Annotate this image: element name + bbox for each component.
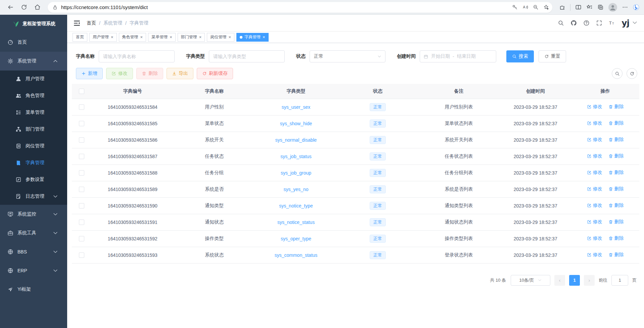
view-tab[interactable]: 用户管理 × [89, 33, 117, 42]
export-button[interactable]: 导出 [167, 68, 193, 79]
user-menu-caret-icon[interactable] [632, 19, 638, 26]
sidebar-item[interactable]: BBS [0, 242, 67, 261]
view-tab[interactable]: 岗位管理 × [207, 33, 234, 42]
dict-type-link[interactable]: sys_job_status [280, 154, 312, 159]
row-delete-link[interactable]: 删除 [608, 219, 624, 225]
row-delete-link[interactable]: 删除 [608, 137, 624, 143]
row-edit-link[interactable]: 修改 [587, 235, 602, 241]
row-checkbox[interactable] [79, 154, 84, 159]
tab-close-icon[interactable]: × [111, 35, 113, 39]
address-bar[interactable]: https://ccnetcore.com:1101/system/dict A [48, 2, 552, 13]
row-checkbox[interactable] [79, 121, 84, 126]
dict-name-input[interactable] [99, 50, 175, 62]
row-checkbox[interactable] [79, 236, 84, 241]
edit-button[interactable]: 修改 [106, 68, 133, 79]
sidebar-item[interactable]: 系统监控 [0, 205, 67, 224]
row-edit-link[interactable]: 修改 [587, 153, 602, 159]
delete-button[interactable]: 删除 [136, 68, 163, 79]
row-edit-link[interactable]: 修改 [587, 137, 602, 143]
create-time-range-picker[interactable]: 开始日期 - 结束日期 [420, 50, 496, 62]
row-edit-link[interactable]: 修改 [587, 104, 602, 110]
view-tab[interactable]: 菜单管理 × [148, 33, 176, 42]
add-favorite-icon[interactable] [543, 4, 549, 10]
sidebar-item[interactable]: Yi框架 [0, 280, 67, 299]
row-edit-link[interactable]: 修改 [587, 186, 602, 192]
sidebar-subitem[interactable]: 用户管理 [0, 71, 67, 87]
sidebar-subitem[interactable]: 岗位管理 [0, 138, 67, 154]
favorites-icon[interactable] [586, 4, 593, 10]
sidebar-item[interactable]: 系统工具 [0, 224, 67, 242]
dict-type-link[interactable]: sys_notice_status [277, 220, 315, 225]
zoom-out-icon[interactable] [533, 4, 539, 10]
row-checkbox[interactable] [79, 203, 84, 208]
row-delete-link[interactable]: 删除 [608, 252, 624, 258]
toggle-search-button[interactable] [612, 68, 623, 79]
row-edit-link[interactable]: 修改 [587, 120, 602, 126]
goto-page-input[interactable] [611, 275, 628, 286]
row-delete-link[interactable]: 删除 [608, 120, 624, 126]
header-search-icon[interactable] [558, 20, 564, 26]
row-checkbox[interactable] [79, 137, 84, 143]
fullscreen-icon[interactable] [596, 20, 602, 26]
row-delete-link[interactable]: 删除 [608, 186, 624, 192]
row-delete-link[interactable]: 删除 [608, 235, 624, 241]
dict-type-link[interactable]: sys_oper_type [281, 236, 311, 241]
tab-close-icon[interactable]: × [199, 35, 202, 39]
dict-type-link[interactable]: sys_notice_type [279, 203, 313, 208]
tab-close-icon[interactable]: × [263, 35, 265, 39]
help-icon[interactable] [583, 20, 590, 26]
browser-back-button[interactable] [5, 2, 16, 13]
breadcrumb-home[interactable]: 首页 [87, 20, 96, 26]
dict-type-input[interactable] [209, 50, 285, 62]
view-tab[interactable]: 部门管理 × [178, 33, 205, 42]
row-checkbox[interactable] [79, 252, 84, 258]
browser-home-button[interactable] [32, 2, 43, 13]
url-text[interactable]: https://ccnetcore.com:1101/system/dict [61, 4, 512, 10]
app-logo[interactable]: 意框架管理系统 [0, 15, 67, 33]
add-button[interactable]: 新增 [76, 68, 103, 79]
refresh-table-button[interactable] [627, 68, 637, 79]
select-all-checkbox[interactable] [79, 89, 84, 94]
row-delete-link[interactable]: 删除 [608, 153, 624, 159]
reset-button[interactable]: 重置 [539, 50, 566, 62]
sidebar-fold-icon[interactable] [73, 19, 81, 27]
sidebar-subitem[interactable]: 菜单管理 [0, 104, 67, 121]
sidebar-subitem[interactable]: 字典管理 [0, 154, 67, 171]
read-aloud-icon[interactable]: A [522, 4, 528, 10]
page-number-button[interactable]: 1 [569, 275, 580, 286]
view-tab[interactable]: 角色管理 × [119, 33, 146, 42]
view-tab[interactable]: 字典管理 × [236, 33, 269, 42]
browser-menu-icon[interactable] [622, 4, 628, 10]
browser-refresh-button[interactable] [18, 2, 30, 13]
bing-icon[interactable] [633, 4, 639, 10]
tab-close-icon[interactable]: × [228, 35, 231, 39]
row-delete-link[interactable]: 删除 [608, 170, 624, 176]
sidebar-item[interactable]: 首页 [0, 33, 67, 52]
sidebar-subitem[interactable]: 部门管理 [0, 121, 67, 138]
extensions-icon[interactable] [559, 4, 565, 10]
tab-close-icon[interactable]: × [140, 35, 143, 39]
refresh-cache-button[interactable]: 刷新缓存 [197, 68, 233, 79]
prev-page-button[interactable]: ‹ [554, 275, 565, 286]
next-page-button[interactable]: › [584, 275, 595, 286]
github-icon[interactable] [570, 20, 577, 26]
user-logo[interactable]: yj [622, 19, 629, 27]
split-screen-icon[interactable] [575, 4, 582, 10]
row-delete-link[interactable]: 删除 [608, 202, 624, 208]
dict-type-link[interactable]: sys_show_hide [280, 121, 312, 126]
dict-type-link[interactable]: sys_yes_no [284, 187, 309, 192]
breadcrumb-system[interactable]: 系统管理 [103, 20, 122, 26]
row-edit-link[interactable]: 修改 [587, 219, 602, 225]
sidebar-item[interactable]: 系统管理 [0, 52, 67, 71]
search-button[interactable]: 搜索 [506, 50, 534, 62]
sidebar-subitem[interactable]: 角色管理 [0, 87, 67, 104]
dict-type-link[interactable]: sys_job_group [281, 170, 311, 176]
row-checkbox[interactable] [79, 104, 84, 110]
font-size-icon[interactable]: TT [609, 20, 615, 26]
status-select[interactable]: 正常 [310, 50, 385, 62]
row-checkbox[interactable] [79, 220, 84, 225]
page-size-select[interactable]: 10条/页 [511, 275, 550, 286]
sidebar-subitem[interactable]: 日志管理 [0, 188, 67, 205]
dict-type-link[interactable]: sys_normal_disable [275, 137, 317, 143]
view-tab[interactable]: 首页 [73, 33, 87, 42]
